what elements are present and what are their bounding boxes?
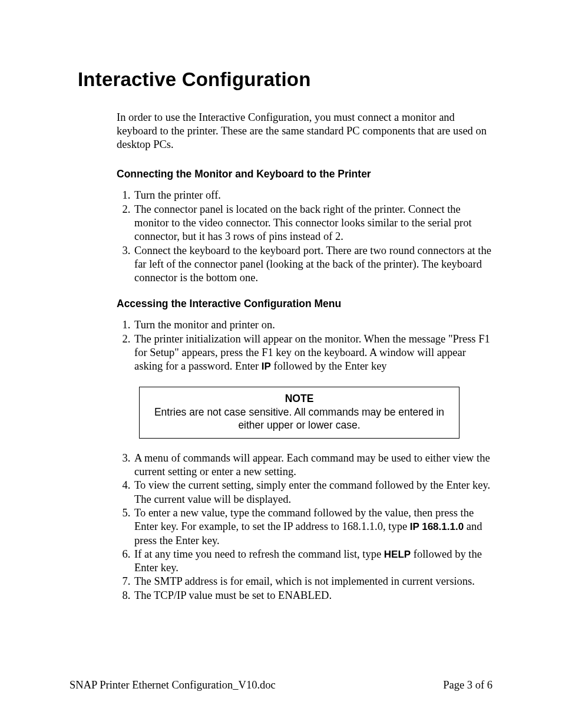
list-item: The TCP/IP value must be set to ENABLED. — [133, 589, 492, 602]
list-item: If at any time you need to refresh the c… — [133, 548, 492, 575]
list-item: To enter a new value, type the command f… — [133, 506, 492, 548]
page-title: Interactive Configuration — [78, 68, 492, 91]
section-heading-connecting: Connecting the Monitor and Keyboard to t… — [117, 168, 492, 180]
note-text: Entries are not case sensitive. All comm… — [154, 406, 444, 431]
command-text: IP 168.1.1.0 — [410, 521, 464, 532]
list-item-text: If at any time you need to refresh the c… — [134, 548, 384, 560]
list-item: To view the current setting, simply ente… — [133, 479, 492, 506]
command-text: IP — [262, 361, 271, 372]
list-item-text: followed by the Enter key — [271, 360, 387, 372]
intro-paragraph: In order to use the Interactive Configur… — [117, 111, 492, 151]
section-heading-accessing: Accessing the Interactive Configuration … — [117, 298, 492, 310]
ordered-list-accessing-a: Turn the monitor and printer on. The pri… — [117, 318, 492, 373]
document-page: Interactive Configuration In order to us… — [0, 0, 562, 602]
page-footer: SNAP Printer Ethernet Configuration_V10.… — [70, 679, 492, 691]
list-item: Connect the keyboard to the keyboard por… — [133, 244, 492, 285]
list-item: Turn the monitor and printer on. — [133, 318, 492, 332]
ordered-list-connecting: Turn the printer off. The connector pane… — [117, 189, 492, 285]
note-box: NOTE Entries are not case sensitive. All… — [139, 387, 459, 439]
footer-filename: SNAP Printer Ethernet Configuration_V10.… — [70, 679, 276, 691]
ordered-list-accessing-b: A menu of commands will appear. Each com… — [117, 452, 492, 602]
list-item: A menu of commands will appear. Each com… — [133, 452, 492, 479]
command-text: HELP — [384, 549, 411, 560]
footer-page-number: Page 3 of 6 — [443, 679, 492, 691]
list-item: The printer initialization will appear o… — [133, 332, 492, 374]
list-item: Turn the printer off. — [133, 189, 492, 202]
body-content: In order to use the Interactive Configur… — [117, 111, 492, 602]
note-label: NOTE — [146, 392, 453, 405]
list-item: The connector panel is located on the ba… — [133, 203, 492, 244]
list-item: The SMTP address is for email, which is … — [133, 575, 492, 588]
